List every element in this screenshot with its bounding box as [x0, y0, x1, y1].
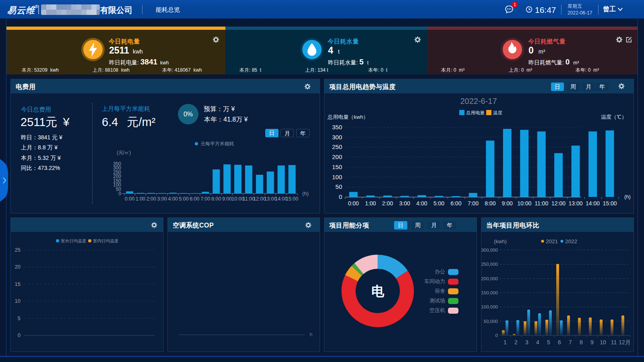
- svg-text:50: 50: [335, 183, 342, 190]
- svg-text:100,000: 100,000: [481, 304, 498, 309]
- svg-text:350: 350: [332, 124, 342, 130]
- svg-text:14:00: 14:00: [586, 200, 600, 207]
- svg-text:(元/㎡): (元/㎡): [117, 150, 131, 155]
- svg-text:0:00: 0:00: [125, 196, 134, 202]
- svg-text:3:00: 3:00: [157, 196, 167, 202]
- svg-text:100: 100: [332, 174, 342, 180]
- svg-text:(h): (h): [624, 194, 631, 200]
- svg-text:宿舍: 宿舍: [435, 288, 445, 294]
- svg-text:0: 0: [339, 193, 342, 200]
- svg-text:0:00: 0:00: [348, 200, 359, 207]
- svg-text:7: 7: [569, 339, 572, 345]
- svg-text:200: 200: [332, 153, 342, 160]
- svg-text:9: 9: [590, 339, 594, 345]
- svg-text:0: 0: [18, 332, 21, 338]
- svg-text:200,000: 200,000: [481, 276, 498, 281]
- svg-text:2: 2: [514, 339, 518, 345]
- svg-text:总用电量: 总用电量: [466, 110, 485, 115]
- svg-text:2021: 2021: [546, 238, 558, 244]
- svg-text:12月: 12月: [619, 339, 631, 345]
- svg-text:5: 5: [18, 315, 21, 321]
- svg-text:5:00: 5:00: [179, 196, 188, 202]
- svg-text:测试场: 测试场: [429, 298, 445, 304]
- svg-text:3: 3: [525, 339, 528, 345]
- svg-text:12:00: 12:00: [551, 200, 566, 207]
- svg-text:4:00: 4:00: [168, 196, 178, 202]
- svg-text:5: 5: [547, 339, 550, 345]
- svg-text:50,000: 50,000: [484, 319, 498, 324]
- svg-text:8:00: 8:00: [485, 200, 495, 207]
- svg-text:1:00: 1:00: [365, 200, 376, 207]
- svg-text:7:00: 7:00: [200, 196, 210, 202]
- svg-text:350: 350: [113, 161, 121, 167]
- svg-text:150,000: 150,000: [481, 290, 498, 295]
- svg-text:1:00: 1:00: [136, 196, 145, 202]
- svg-text:2:00: 2:00: [147, 196, 156, 202]
- svg-text:15:00: 15:00: [286, 196, 298, 202]
- svg-text:250: 250: [332, 143, 342, 150]
- svg-text:300: 300: [332, 134, 342, 141]
- svg-text:0: 0: [495, 333, 498, 338]
- svg-text:2022-6-17: 2022-6-17: [460, 97, 497, 105]
- svg-text:空压机: 空压机: [429, 307, 445, 313]
- svg-text:8: 8: [580, 339, 583, 345]
- svg-text:总用电量（kwh）: 总用电量（kwh）: [327, 114, 368, 120]
- svg-text:13:00: 13:00: [569, 200, 583, 207]
- svg-text:150: 150: [332, 163, 342, 170]
- svg-text:办公: 办公: [435, 269, 445, 275]
- svg-text:6:00: 6:00: [450, 200, 461, 207]
- svg-text:250,000: 250,000: [481, 262, 498, 267]
- svg-text:(h): (h): [302, 190, 309, 197]
- svg-text:2:00: 2:00: [382, 200, 393, 207]
- svg-text:元每平方米能耗: 元每平方米能耗: [200, 141, 234, 147]
- svg-text:5:00: 5:00: [433, 200, 444, 207]
- svg-text:(kwh): (kwh): [494, 238, 507, 244]
- svg-text:室外日均温度: 室外日均温度: [61, 238, 87, 243]
- svg-text:车间动力: 车间动力: [424, 278, 445, 284]
- svg-text:10: 10: [15, 298, 21, 304]
- svg-text:温度（℃）: 温度（℃）: [601, 114, 627, 120]
- svg-text:3:00: 3:00: [399, 200, 410, 207]
- svg-text:1: 1: [504, 339, 507, 345]
- svg-text:300,000: 300,000: [481, 248, 498, 252]
- svg-text:11: 11: [611, 339, 617, 345]
- svg-text:2022: 2022: [565, 238, 577, 244]
- svg-text:9:00: 9:00: [502, 200, 513, 207]
- svg-text:20: 20: [15, 264, 21, 270]
- svg-text:7:00: 7:00: [468, 200, 479, 207]
- svg-text:10: 10: [600, 339, 606, 345]
- svg-text:6:00: 6:00: [190, 196, 199, 202]
- svg-text:6: 6: [558, 339, 561, 345]
- svg-text:8:00: 8:00: [211, 196, 221, 202]
- svg-text:4: 4: [536, 339, 539, 345]
- svg-text:4:00: 4:00: [416, 200, 427, 207]
- svg-text:温度: 温度: [493, 110, 503, 115]
- svg-text:电: 电: [371, 284, 384, 298]
- svg-text:15:00: 15:00: [603, 200, 617, 207]
- svg-text:15: 15: [15, 281, 21, 287]
- svg-text:10:00: 10:00: [517, 200, 531, 207]
- svg-text:25: 25: [15, 247, 21, 253]
- svg-text:9:00: 9:00: [222, 196, 232, 202]
- svg-text:11:00: 11:00: [535, 200, 548, 207]
- svg-text:室内日均温度: 室内日均温度: [93, 238, 119, 243]
